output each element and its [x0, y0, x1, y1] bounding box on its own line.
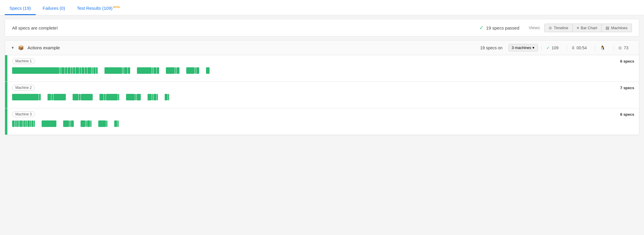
check-icon: ✓: [479, 25, 484, 31]
bar-segment: [69, 120, 71, 127]
collapse-button[interactable]: ▼: [11, 46, 14, 50]
timeline-area: [12, 120, 634, 128]
bar-segment: [92, 67, 93, 74]
tab-failures[interactable]: Failures (0): [38, 2, 70, 15]
machine-content: Machine 16 specs: [7, 55, 639, 81]
bar-segment: [79, 94, 81, 100]
bar-segment: [61, 67, 65, 74]
machine-side-bar: [5, 55, 7, 81]
bar-segment: [99, 94, 104, 100]
machines-count-label: 3 machines: [512, 45, 531, 50]
stat-os: 🐧: [595, 45, 610, 50]
bar-segment: [137, 94, 141, 100]
bar-group: [206, 67, 210, 74]
actions-row: ▼ 📦 Actions example 19 specs on 3 machin…: [5, 40, 639, 55]
bar-segment: [122, 67, 124, 74]
machine-specs-count: 7 specs: [620, 86, 634, 90]
bar-segment: [118, 94, 119, 100]
bar-segment: [20, 120, 22, 127]
bar-segment: [196, 67, 199, 74]
bar-segment: [85, 67, 87, 74]
tab-specs[interactable]: Specs (19): [5, 2, 36, 15]
view-barchart-button[interactable]: ≡ Bar Chart: [573, 24, 601, 32]
bar-segment: [53, 94, 66, 100]
bar-group: [81, 120, 91, 127]
bar-segment: [86, 120, 87, 127]
bar-segment: [137, 67, 152, 74]
timeline-area: [12, 93, 634, 101]
bar-segment: [48, 94, 51, 100]
bar-group: [137, 67, 159, 74]
beta-badge: beta: [113, 5, 120, 9]
actions-icon: 📦: [18, 45, 24, 50]
machine-label-row: Machine 16 specs: [12, 58, 634, 64]
bar-segment: [166, 67, 175, 74]
bar-segment: [12, 67, 59, 74]
machine-row: Machine 16 specs: [5, 55, 639, 82]
bar-group: [114, 120, 119, 127]
bar-group: [126, 94, 141, 100]
bar-segment: [68, 67, 71, 74]
bar-group: [99, 94, 119, 100]
bar-group: [166, 67, 179, 74]
bar-segment: [135, 94, 136, 100]
run-title: Actions example: [27, 45, 477, 50]
bar-segment: [51, 94, 53, 100]
chevron-down-icon: ▾: [532, 45, 535, 50]
bar-segment: [22, 120, 24, 127]
machine-content: Machine 36 specs: [7, 108, 639, 135]
tab-test-results-label: Test Results (109): [77, 6, 112, 11]
bar-segment: [90, 120, 91, 127]
view-timeline-button[interactable]: ⊙ Timeline: [544, 24, 573, 32]
passed-value: 109: [552, 45, 558, 50]
bar-segment: [71, 67, 73, 74]
specs-on-label: 19 specs on: [480, 45, 503, 50]
bar-segment: [16, 120, 18, 127]
time-value: 00:54: [576, 45, 587, 50]
bar-segment: [81, 94, 93, 100]
machine-row: Machine 36 specs: [5, 108, 639, 135]
bar-group: [186, 67, 199, 74]
bar-segment: [24, 120, 26, 127]
machine-specs-count: 6 specs: [620, 59, 634, 63]
bar-segment: [168, 94, 169, 100]
timeline-area: [12, 66, 634, 75]
bar-segment: [87, 67, 91, 74]
passed-icon: ✓: [546, 45, 550, 50]
bar-segment: [73, 67, 75, 74]
bar-group: [98, 120, 107, 127]
bar-segment: [104, 94, 106, 100]
bar-group: [63, 120, 74, 127]
bar-segment: [79, 67, 81, 74]
bar-segment: [34, 120, 35, 127]
bar-segment: [96, 67, 98, 74]
bar-group: [48, 94, 66, 100]
bar-segment: [165, 94, 168, 100]
bar-segment: [128, 67, 130, 74]
bar-segment: [87, 120, 90, 127]
bar-segment: [63, 120, 69, 127]
bar-group: [165, 94, 169, 100]
bar-segment: [106, 94, 118, 100]
machine-side-bar: [5, 108, 7, 135]
bar-group: [104, 67, 130, 74]
bar-segment: [42, 120, 56, 127]
stat-time: ⧖ 00:54: [567, 45, 591, 50]
bar-segment: [65, 67, 67, 74]
bar-segment: [124, 67, 128, 74]
view-machines-button[interactable]: ▤ Machines: [601, 24, 632, 32]
bar-segment: [175, 67, 176, 74]
bar-segment: [12, 120, 14, 127]
views-label: Views:: [529, 25, 541, 30]
status-passed: ✓ 19 specs passed: [479, 25, 519, 31]
bar-segment: [195, 67, 196, 74]
bar-group: [73, 94, 93, 100]
machines-selector-button[interactable]: 3 machines ▾: [509, 44, 538, 51]
tab-test-results[interactable]: Test Results (109)beta: [72, 1, 125, 15]
stat-passed: ✓ 109: [541, 45, 563, 50]
bar-segment: [71, 120, 74, 127]
bar-segment: [73, 94, 79, 100]
bar-segment: [32, 120, 33, 127]
machines-view-label: Machines: [611, 26, 627, 30]
machines-view-icon: ▤: [606, 26, 609, 30]
